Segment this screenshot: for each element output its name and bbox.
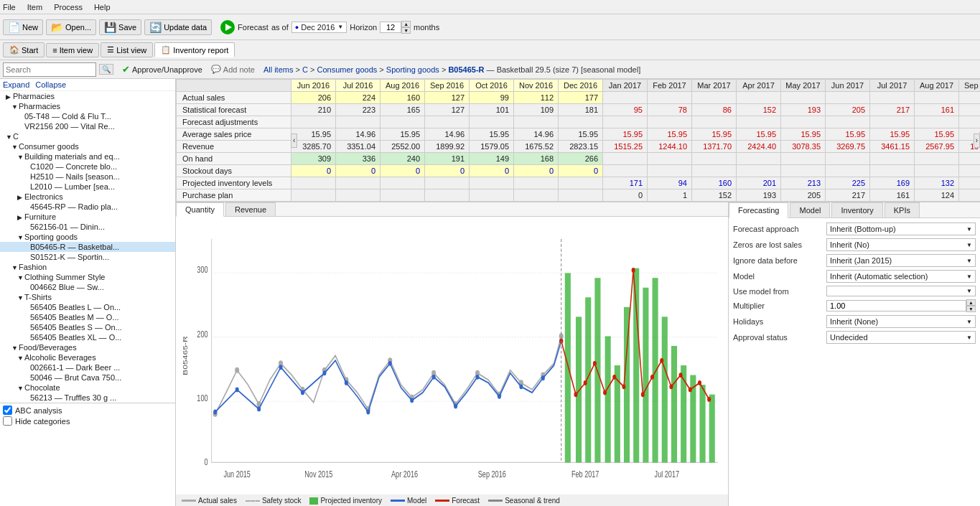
panel-tab-kpis[interactable]: KPIs [885,202,920,217]
sidebar-tree-item-21[interactable]: 565405 Beatles L — On... [0,302,175,312]
breadcrumb-sporting-goods[interactable]: Sporting goods [386,65,439,74]
grid-scroll-left[interactable]: ‹ [291,133,297,148]
panel-field-select-6[interactable]: Inherit (None)▼ [826,315,976,328]
sidebar-tree-item-18[interactable]: ▼Clothing Summer Style [0,272,175,282]
sidebar-tree-item-27[interactable]: 002661-1 — Dark Beer ... [0,362,175,373]
grid-cell-4-2: 2552.00 [381,141,425,153]
sidebar-tree-item-8[interactable]: H2510 — Nails [season... [0,172,175,182]
sidebar-tree-item-30[interactable]: 56213 — Truffles 30 g ... [0,393,175,403]
panel-tab-model[interactable]: Model [790,202,830,217]
grid-cell-5-12 [826,153,870,165]
menu-item[interactable]: Item [27,3,42,11]
grid-cell-7-8: 94 [648,177,692,189]
sidebar-tree-item-19[interactable]: 004662 Blue — Sw... [0,282,175,292]
grid-cell-6-2: 0 [381,165,425,177]
grid-row-2: Forecast adjustments [177,116,981,128]
sidebar-tree-item-10[interactable]: ▶Electronics [0,192,175,202]
svg-point-81 [707,397,711,402]
grid-col-header-6: Nov 2016 [514,80,559,92]
sidebar-tree-item-26[interactable]: ▼Alcoholic Beverages [0,352,175,362]
sidebar-tree-item-13[interactable]: 562156-01 — Dinin... [0,222,175,232]
expand-button[interactable]: Expand [3,80,29,89]
grid-cell-0-15 [959,92,981,104]
panel-field-select-7[interactable]: Undecided▼ [826,331,976,344]
panel-field-label-1: Zeros are lost sales [733,240,826,249]
menu-process[interactable]: Process [54,3,83,11]
menu-file[interactable]: File [3,3,16,11]
sidebar-tree-item-25[interactable]: ▼Food/Beverages [0,342,175,352]
sidebar-tree-item-20[interactable]: ▼T-Shirts [0,292,175,302]
list-view-button[interactable]: ☰ List view [101,42,153,57]
sidebar-tree-item-22[interactable]: 565405 Beatles M — O... [0,312,175,322]
sidebar-tree-item-1[interactable]: ▼Pharmacies [0,101,175,111]
sidebar-tree-item-4[interactable]: ▼C [0,131,175,141]
breadcrumb-all-items[interactable]: All items [263,65,294,74]
inventory-report-button[interactable]: 📋 Inventory report [154,42,235,57]
grid-cell-3-2: 15.95 [381,128,425,141]
forecast-play-button[interactable] [220,20,235,34]
panel-spin-down-5[interactable]: ▼ [966,306,976,312]
sidebar-tree-item-29[interactable]: ▼Chocolate [0,383,175,393]
chart-tab-revenue[interactable]: Revenue [225,202,276,216]
grid-cell-1-9: 86 [692,104,737,116]
collapse-button[interactable]: Collapse [35,80,66,89]
horizon-up-arrow[interactable]: ▲ [401,21,411,27]
sidebar-tree-item-0[interactable]: ▶Pharmacies [0,91,175,101]
save-button[interactable]: 💾 Save [99,19,141,35]
sidebar-tree-item-16[interactable]: S01521-K — Sportin... [0,252,175,262]
start-button[interactable]: 🏠 Start [3,42,45,57]
sidebar-tree-item-17[interactable]: ▼Fashion [0,262,175,272]
menu-help[interactable]: Help [94,3,111,11]
search-go-button[interactable]: 🔍 [99,64,113,75]
horizon-spinbox[interactable]: 12 ▲ ▼ [380,21,411,34]
panel-field-select-2[interactable]: Inherit (Jan 2015)▼ [826,254,976,267]
panel-field-select-0[interactable]: Inherit (Bottom-up)▼ [826,222,976,235]
grid-cell-8-3 [425,189,470,202]
sidebar-tree-item-6[interactable]: ▼Building materials and eq... [0,151,175,161]
sidebar-tree-item-2[interactable]: 05-T48 — Cold & Flu T... [0,111,175,121]
new-button[interactable]: 📄 New [3,19,43,35]
panel-spin-up-5[interactable]: ▲ [966,299,976,306]
grid-cell-4-1: 3351.04 [336,141,381,153]
panel-field-select-1[interactable]: Inherit (No)▼ [826,238,976,251]
svg-text:200: 200 [197,329,207,339]
sidebar-tree-item-15[interactable]: B05465-R — Basketbal... [0,242,175,252]
sidebar-tree-item-7[interactable]: C1020 — Concrete blo... [0,161,175,172]
svg-point-72 [622,384,625,389]
approve-unapprove-button[interactable]: ✔ Approve/Unapprove [122,64,202,75]
panel-spinbox-input-5[interactable] [826,300,966,311]
add-note-button[interactable]: 💬 Add note [211,65,255,74]
sidebar-tree-item-9[interactable]: L2010 — Lumber [sea... [0,182,175,192]
sidebar-tree-item-14[interactable]: ▼Sporting goods [0,232,175,242]
hide-categories-checkbox[interactable] [3,416,12,426]
sidebar-tree-item-24[interactable]: 565405 Beatles XL — O... [0,332,175,342]
sidebar-tree-item-3[interactable]: VR2156 200 — Vital Re... [0,121,175,131]
legend-safety-icon [246,500,260,502]
sidebar-tree-item-23[interactable]: 565405 Beatles S — On... [0,322,175,332]
item-view-button[interactable]: ≡ Item view [46,43,99,57]
breadcrumb-c[interactable]: C [302,65,308,74]
panel-field-label-3: Model [733,272,826,281]
open-button[interactable]: 📂 Open... [46,19,96,35]
sidebar-tree-item-11[interactable]: 45645-RP — Radio pla... [0,202,175,212]
sidebar-tree-item-12[interactable]: ▶Furniture [0,212,175,222]
horizon-down-arrow[interactable]: ▼ [401,27,411,34]
forecast-date-dropdown[interactable]: ● Dec 2016 ▼ [291,22,347,33]
panel-field-select-4[interactable]: ▼ [826,286,976,296]
panel-field-select-3[interactable]: Inherit (Automatic selection)▼ [826,270,976,283]
horizon-input[interactable]: 12 [380,22,401,33]
panel-tab-inventory[interactable]: Inventory [831,202,882,217]
grid-col-header-15: Aug 2017 [915,80,959,92]
grid-cell-7-10: 201 [737,177,781,189]
start-icon: 🏠 [9,45,19,55]
breadcrumb-consumer-goods[interactable]: Consumer goods [317,65,378,74]
abc-analysis-checkbox[interactable] [3,406,12,415]
update-data-button[interactable]: 🔄 Update data [144,19,212,35]
panel-tab-forecasting[interactable]: Forecasting [729,202,788,218]
sidebar-tree-item-5[interactable]: ▼Consumer goods [0,141,175,151]
chart-tab-quantity[interactable]: Quantity [176,202,224,217]
tree-arrow-1: ▼ [11,103,19,111]
sidebar-tree-item-28[interactable]: 50046 — Brut Cava 750... [0,373,175,383]
search-input[interactable] [3,62,96,77]
grid-scroll-right[interactable]: › [974,133,980,148]
